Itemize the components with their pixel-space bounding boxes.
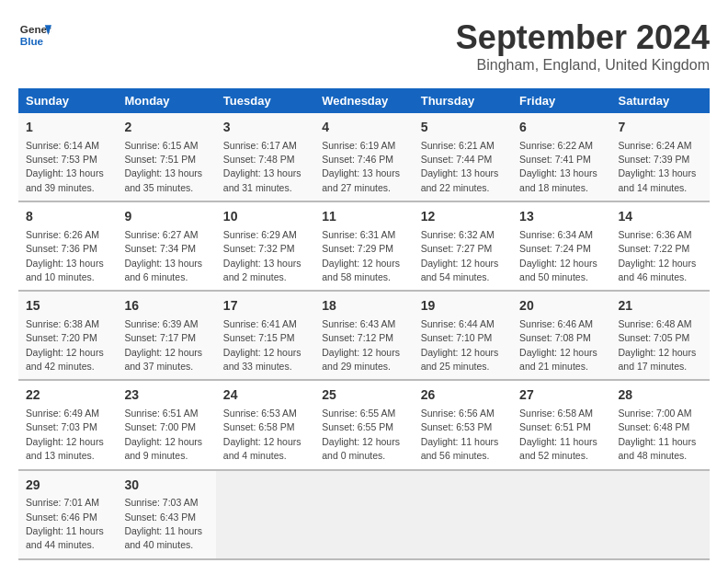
daylight-info: Daylight: 12 hours and 13 minutes. bbox=[26, 436, 104, 461]
calendar-cell: 22 Sunrise: 6:49 AM Sunset: 7:03 PM Dayl… bbox=[18, 380, 117, 469]
calendar-cell: 18 Sunrise: 6:43 AM Sunset: 7:12 PM Dayl… bbox=[314, 291, 413, 380]
calendar-cell: 17 Sunrise: 6:41 AM Sunset: 7:15 PM Dayl… bbox=[216, 291, 314, 380]
daylight-info: Daylight: 13 hours and 39 minutes. bbox=[26, 167, 104, 192]
sunrise-info: Sunrise: 6:22 AM bbox=[519, 140, 593, 151]
sunrise-info: Sunrise: 6:14 AM bbox=[26, 140, 99, 151]
sunset-info: Sunset: 7:29 PM bbox=[322, 243, 393, 254]
calendar-cell: 5 Sunrise: 6:21 AM Sunset: 7:44 PM Dayli… bbox=[414, 113, 512, 201]
day-number: 24 bbox=[223, 386, 307, 405]
sunrise-info: Sunrise: 6:43 AM bbox=[322, 318, 395, 329]
calendar-cell: 16 Sunrise: 6:39 AM Sunset: 7:17 PM Dayl… bbox=[117, 291, 215, 380]
sunrise-info: Sunrise: 6:17 AM bbox=[223, 140, 297, 151]
sunrise-info: Sunrise: 6:39 AM bbox=[124, 318, 198, 329]
week-row-2: 8 Sunrise: 6:26 AM Sunset: 7:36 PM Dayli… bbox=[18, 201, 710, 291]
day-number: 5 bbox=[421, 119, 505, 137]
daylight-info: Daylight: 12 hours and 54 minutes. bbox=[421, 258, 499, 282]
calendar-cell: 3 Sunrise: 6:17 AM Sunset: 7:48 PM Dayli… bbox=[216, 113, 314, 201]
calendar-cell bbox=[216, 470, 314, 559]
sunrise-info: Sunrise: 6:24 AM bbox=[619, 140, 692, 151]
day-number: 29 bbox=[26, 477, 109, 495]
calendar-cell: 25 Sunrise: 6:55 AM Sunset: 6:55 PM Dayl… bbox=[314, 380, 413, 469]
daylight-info: Daylight: 13 hours and 22 minutes. bbox=[421, 167, 499, 192]
calendar-cell: 6 Sunrise: 6:22 AM Sunset: 7:41 PM Dayli… bbox=[512, 113, 610, 201]
day-number: 30 bbox=[124, 477, 208, 495]
sunrise-info: Sunrise: 6:46 AM bbox=[519, 318, 593, 329]
calendar-cell bbox=[611, 470, 710, 559]
sunset-info: Sunset: 6:53 PM bbox=[421, 421, 493, 432]
week-row-1: 1 Sunrise: 6:14 AM Sunset: 7:53 PM Dayli… bbox=[18, 113, 710, 201]
sunrise-info: Sunrise: 7:00 AM bbox=[619, 408, 692, 419]
col-monday: Monday bbox=[117, 88, 215, 113]
sunset-info: Sunset: 6:43 PM bbox=[124, 511, 196, 523]
calendar-cell: 20 Sunrise: 6:46 AM Sunset: 7:08 PM Dayl… bbox=[512, 291, 610, 380]
sunset-info: Sunset: 7:51 PM bbox=[124, 154, 196, 165]
day-number: 6 bbox=[519, 119, 603, 137]
sunrise-info: Sunrise: 6:49 AM bbox=[26, 408, 99, 419]
sunrise-info: Sunrise: 6:21 AM bbox=[421, 140, 495, 151]
calendar-cell bbox=[314, 470, 413, 559]
sunrise-info: Sunrise: 6:36 AM bbox=[619, 229, 692, 240]
sunset-info: Sunset: 7:03 PM bbox=[26, 421, 97, 432]
sunrise-info: Sunrise: 7:03 AM bbox=[124, 497, 198, 508]
day-number: 12 bbox=[421, 208, 505, 226]
calendar-cell: 12 Sunrise: 6:32 AM Sunset: 7:27 PM Dayl… bbox=[414, 201, 512, 291]
day-number: 22 bbox=[26, 386, 109, 405]
calendar-cell: 19 Sunrise: 6:44 AM Sunset: 7:10 PM Dayl… bbox=[414, 291, 512, 380]
day-number: 26 bbox=[421, 386, 505, 405]
day-number: 1 bbox=[26, 119, 109, 137]
day-number: 25 bbox=[322, 386, 405, 405]
calendar-cell: 14 Sunrise: 6:36 AM Sunset: 7:22 PM Dayl… bbox=[611, 201, 710, 291]
sunrise-info: Sunrise: 6:48 AM bbox=[619, 318, 692, 329]
sunset-info: Sunset: 6:55 PM bbox=[322, 421, 393, 432]
calendar-cell: 26 Sunrise: 6:56 AM Sunset: 6:53 PM Dayl… bbox=[414, 380, 512, 469]
calendar-cell: 1 Sunrise: 6:14 AM Sunset: 7:53 PM Dayli… bbox=[18, 113, 117, 201]
day-number: 8 bbox=[26, 208, 109, 226]
day-number: 4 bbox=[322, 119, 405, 137]
sunset-info: Sunset: 7:46 PM bbox=[322, 154, 393, 165]
sunset-info: Sunset: 7:12 PM bbox=[322, 332, 393, 343]
day-number: 2 bbox=[124, 119, 208, 137]
sunrise-info: Sunrise: 6:19 AM bbox=[322, 140, 395, 151]
sunset-info: Sunset: 7:36 PM bbox=[26, 243, 97, 254]
calendar-cell bbox=[414, 470, 512, 559]
sunset-info: Sunset: 7:08 PM bbox=[519, 332, 591, 343]
sunset-info: Sunset: 7:48 PM bbox=[223, 154, 295, 165]
daylight-info: Daylight: 11 hours and 48 minutes. bbox=[619, 436, 697, 461]
sunset-info: Sunset: 7:05 PM bbox=[619, 332, 690, 343]
daylight-info: Daylight: 12 hours and 0 minutes. bbox=[322, 436, 400, 461]
sunset-info: Sunset: 7:32 PM bbox=[223, 243, 295, 254]
sunset-info: Sunset: 7:24 PM bbox=[519, 243, 591, 254]
sunrise-info: Sunrise: 6:15 AM bbox=[124, 140, 198, 151]
daylight-info: Daylight: 12 hours and 46 minutes. bbox=[619, 258, 697, 282]
day-number: 17 bbox=[223, 297, 307, 316]
sunset-info: Sunset: 6:58 PM bbox=[223, 421, 295, 432]
day-number: 23 bbox=[124, 386, 208, 405]
calendar-cell bbox=[512, 470, 610, 559]
sunrise-info: Sunrise: 6:38 AM bbox=[26, 318, 99, 329]
sunrise-info: Sunrise: 6:55 AM bbox=[322, 408, 395, 419]
sunrise-info: Sunrise: 7:01 AM bbox=[26, 497, 99, 508]
calendar-table: Sunday Monday Tuesday Wednesday Thursday… bbox=[18, 88, 710, 560]
calendar-cell: 7 Sunrise: 6:24 AM Sunset: 7:39 PM Dayli… bbox=[611, 113, 710, 201]
title-section: September 2024 Bingham, England, United … bbox=[456, 18, 710, 74]
sunset-info: Sunset: 6:48 PM bbox=[619, 421, 690, 432]
sunrise-info: Sunrise: 6:31 AM bbox=[322, 229, 395, 240]
day-number: 15 bbox=[26, 297, 109, 316]
sunrise-info: Sunrise: 6:56 AM bbox=[421, 408, 495, 419]
week-row-4: 22 Sunrise: 6:49 AM Sunset: 7:03 PM Dayl… bbox=[18, 380, 710, 469]
daylight-info: Daylight: 13 hours and 18 minutes. bbox=[519, 167, 597, 192]
daylight-info: Daylight: 11 hours and 52 minutes. bbox=[519, 436, 597, 461]
day-number: 9 bbox=[124, 208, 208, 226]
header-row: Sunday Monday Tuesday Wednesday Thursday… bbox=[18, 88, 710, 113]
daylight-info: Daylight: 12 hours and 21 minutes. bbox=[519, 347, 597, 372]
sunrise-info: Sunrise: 6:53 AM bbox=[223, 408, 297, 419]
daylight-info: Daylight: 13 hours and 27 minutes. bbox=[322, 167, 400, 192]
day-number: 28 bbox=[619, 386, 702, 405]
sunset-info: Sunset: 7:00 PM bbox=[124, 421, 196, 432]
location-title: Bingham, England, United Kingdom bbox=[456, 57, 710, 74]
col-wednesday: Wednesday bbox=[314, 88, 413, 113]
sunrise-info: Sunrise: 6:34 AM bbox=[519, 229, 593, 240]
day-number: 10 bbox=[223, 208, 307, 226]
calendar-cell: 10 Sunrise: 6:29 AM Sunset: 7:32 PM Dayl… bbox=[216, 201, 314, 291]
sunset-info: Sunset: 7:34 PM bbox=[124, 243, 196, 254]
